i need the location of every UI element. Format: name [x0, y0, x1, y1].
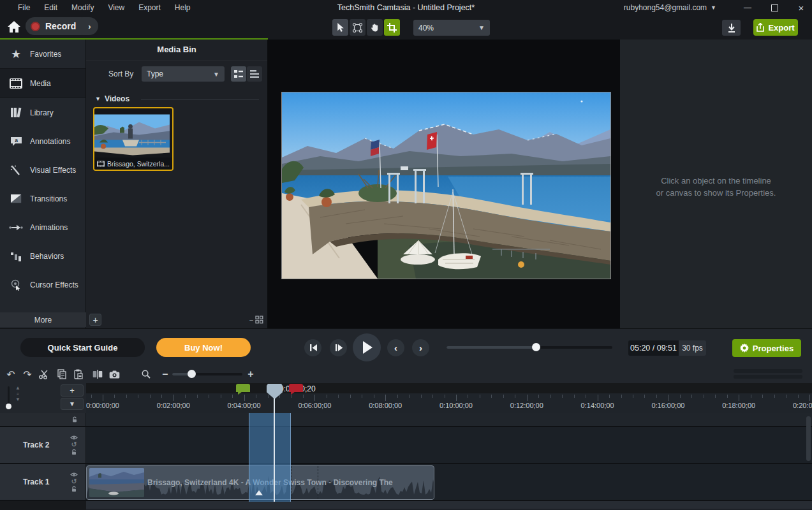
minus-icon: – [249, 316, 253, 323]
properties-toggle-button[interactable]: Properties [732, 339, 801, 357]
time-display: 05:20 / 09:51 [628, 340, 679, 356]
zoom-slider-knob[interactable] [188, 370, 196, 378]
record-options-button[interactable]: › [81, 17, 98, 35]
menu-view[interactable]: View [108, 3, 124, 12]
selection-handle-icon[interactable] [255, 490, 263, 495]
sidebar-item-cursor-effects[interactable]: Cursor Effects [0, 270, 85, 299]
menu-export[interactable]: Export [138, 3, 161, 12]
playback-scrubber[interactable] [447, 346, 612, 349]
transform-tool-button[interactable] [350, 19, 365, 36]
crop-tool-button[interactable] [384, 19, 400, 36]
lock-icon[interactable] [71, 449, 77, 455]
timeline-zoom-slider[interactable] [172, 373, 242, 375]
collapse-tracks-button[interactable]: ▼ [61, 398, 84, 410]
ruler-label: 0:04:00;00 [228, 402, 261, 409]
jump-forward-button[interactable]: › [412, 339, 429, 356]
paste-button[interactable] [71, 368, 85, 381]
sort-by-select[interactable]: Type ▼ [142, 66, 225, 82]
undo-button[interactable]: ↶ [4, 368, 18, 381]
playhead-line[interactable] [274, 398, 275, 502]
track-height-slider[interactable] [8, 386, 10, 407]
timeline-ruler[interactable]: 0:00:00;000:02:00;000:04:00;000:06:00;00… [86, 383, 812, 413]
menu-edit[interactable]: Edit [44, 3, 57, 12]
track-row-collapsed [0, 413, 812, 427]
transition-icon [8, 194, 24, 203]
sidebar-more-button[interactable]: More [0, 312, 86, 327]
sidebar-item-label: Visual Effects [30, 166, 76, 175]
scrubber-knob[interactable] [532, 343, 540, 351]
eye-icon[interactable] [70, 435, 78, 441]
track-height-knob[interactable] [6, 404, 11, 409]
sidebar-item-behaviors[interactable]: Behaviors [0, 242, 85, 270]
cut-button[interactable] [37, 368, 51, 381]
media-bin-title: Media Bin [86, 45, 267, 54]
loop-icon[interactable]: ↺ [71, 478, 77, 485]
buy-now-button[interactable]: Buy Now! [156, 338, 251, 357]
sort-value: Type [147, 69, 163, 78]
timeline-horizontal-scrollbar[interactable] [86, 501, 812, 509]
menu-modify[interactable]: Modify [71, 3, 94, 12]
timeline-zoom-button[interactable] [139, 368, 153, 381]
lock-icon[interactable] [71, 486, 77, 492]
timeline-vertical-scrollbar[interactable] [806, 416, 811, 461]
track-header-collapsed[interactable] [0, 413, 86, 426]
chevron-down-icon: ▼ [478, 24, 485, 31]
menu-help[interactable]: Help [175, 3, 191, 12]
home-button[interactable] [5, 18, 23, 36]
next-frame-button[interactable] [330, 339, 347, 356]
add-track-button[interactable]: + [61, 384, 84, 397]
sidebar-item-media[interactable]: Media [0, 68, 85, 98]
media-item-brissago[interactable]: Brissago, Switzerla... [93, 107, 173, 171]
marker-strip[interactable] [86, 383, 812, 393]
sidebar-item-animations[interactable]: Animations [0, 213, 85, 242]
dock-panel-button[interactable]: – [247, 314, 266, 326]
properties-button-label: Properties [753, 344, 794, 353]
video-preview[interactable] [281, 92, 611, 279]
export-button[interactable]: Export [753, 19, 798, 36]
add-media-button[interactable]: + [89, 314, 101, 326]
menu-file[interactable]: File [18, 3, 30, 12]
sidebar-item-favorites[interactable]: ★ Favorites [0, 40, 85, 68]
minimize-button[interactable]: — [737, 0, 758, 15]
sidebar-item-transitions[interactable]: Transitions [0, 184, 85, 213]
maximize-button[interactable] [764, 0, 785, 15]
sidebar-item-label: Transitions [30, 194, 67, 203]
maximize-icon [771, 4, 778, 11]
split-button[interactable] [91, 368, 105, 381]
detail-view-button[interactable] [247, 66, 262, 82]
zoom-in-button[interactable]: + [244, 368, 258, 381]
sidebar-item-library[interactable]: Library [0, 98, 85, 127]
quick-start-guide-button[interactable]: Quick Start Guide [20, 338, 145, 357]
jump-back-button[interactable]: ‹ [387, 339, 404, 356]
track-lane[interactable] [86, 413, 812, 426]
sidebar-item-visual-effects[interactable]: Visual Effects [0, 156, 85, 184]
account-menu[interactable]: rubyhong54@gmail.com ▼ [624, 0, 716, 15]
export-label: Export [768, 23, 794, 33]
timeline-selection-region[interactable] [249, 413, 291, 502]
select-tool-button[interactable] [332, 19, 348, 36]
canvas-zoom-select[interactable]: 40% ▼ [413, 20, 490, 36]
record-icon [31, 22, 40, 31]
lock-icon[interactable] [71, 416, 78, 423]
sidebar-item-annotations[interactable]: a Annotations [0, 127, 85, 156]
copy-button[interactable] [55, 368, 69, 381]
zoom-out-button[interactable]: – [158, 368, 172, 381]
screenshot-button[interactable] [107, 368, 121, 381]
track-header-1[interactable]: Track 1 ↺ [0, 464, 86, 500]
play-button[interactable] [353, 333, 381, 361]
videos-section-header[interactable]: ▼ Videos [95, 94, 129, 103]
previous-frame-button[interactable] [304, 339, 321, 356]
track-lane[interactable] [86, 427, 812, 463]
timeline-gutter: ▲⌕▼ + ▼ [0, 383, 86, 413]
track-header-2[interactable]: Track 2 ↺ [0, 427, 86, 463]
timeline-scroll-handle-bottom[interactable] [734, 375, 802, 379]
redo-button[interactable]: ↷ [20, 368, 34, 381]
thumbnail-view-button[interactable] [231, 66, 246, 82]
close-button[interactable]: × [790, 0, 812, 15]
loop-icon[interactable]: ↺ [71, 441, 77, 448]
download-button[interactable] [722, 20, 741, 36]
eye-icon[interactable] [70, 472, 78, 477]
timeline-scroll-handle-top[interactable] [734, 369, 802, 373]
record-button[interactable]: Record [26, 17, 85, 35]
pan-tool-button[interactable] [367, 19, 383, 36]
